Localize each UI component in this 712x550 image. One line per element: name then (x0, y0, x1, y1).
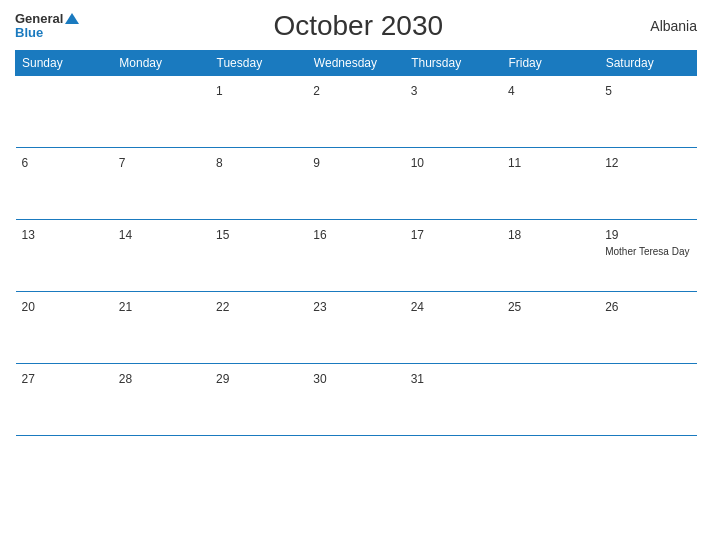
day-number: 21 (119, 300, 132, 314)
day-number: 16 (313, 228, 326, 242)
day-number: 30 (313, 372, 326, 386)
day-number: 7 (119, 156, 126, 170)
calendar-cell: 13 (16, 220, 113, 292)
day-number: 23 (313, 300, 326, 314)
day-number: 31 (411, 372, 424, 386)
calendar-cell: 16 (307, 220, 404, 292)
day-number: 18 (508, 228, 521, 242)
calendar-table: SundayMondayTuesdayWednesdayThursdayFrid… (15, 50, 697, 436)
calendar-cell: 5 (599, 76, 696, 148)
day-number: 3 (411, 84, 418, 98)
week-row-3: 13141516171819Mother Teresa Day (16, 220, 697, 292)
day-number: 25 (508, 300, 521, 314)
calendar-cell: 8 (210, 148, 307, 220)
weekday-header-friday: Friday (502, 51, 599, 76)
calendar-cell: 26 (599, 292, 696, 364)
calendar-cell: 18 (502, 220, 599, 292)
calendar-cell: 15 (210, 220, 307, 292)
day-number: 15 (216, 228, 229, 242)
calendar-cell: 3 (405, 76, 502, 148)
calendar-cell: 10 (405, 148, 502, 220)
day-number: 13 (22, 228, 35, 242)
calendar-cell: 27 (16, 364, 113, 436)
calendar-cell: 23 (307, 292, 404, 364)
weekday-header-tuesday: Tuesday (210, 51, 307, 76)
day-number: 6 (22, 156, 29, 170)
logo-triangle-icon (65, 13, 79, 24)
day-number: 12 (605, 156, 618, 170)
day-number: 24 (411, 300, 424, 314)
week-row-1: 12345 (16, 76, 697, 148)
logo-general-text: General (15, 12, 63, 26)
day-number: 29 (216, 372, 229, 386)
calendar-cell: 30 (307, 364, 404, 436)
calendar-cell (16, 76, 113, 148)
calendar-title: October 2030 (79, 10, 637, 42)
day-number: 8 (216, 156, 223, 170)
calendar-cell: 24 (405, 292, 502, 364)
calendar-cell: 17 (405, 220, 502, 292)
calendar-cell: 20 (16, 292, 113, 364)
day-number: 26 (605, 300, 618, 314)
day-number: 10 (411, 156, 424, 170)
day-event: Mother Teresa Day (605, 245, 690, 258)
day-number: 5 (605, 84, 612, 98)
calendar-cell: 2 (307, 76, 404, 148)
calendar-cell: 29 (210, 364, 307, 436)
calendar-cell (599, 364, 696, 436)
day-number: 20 (22, 300, 35, 314)
day-number: 2 (313, 84, 320, 98)
calendar-cell: 28 (113, 364, 210, 436)
calendar-cell: 4 (502, 76, 599, 148)
calendar-cell: 25 (502, 292, 599, 364)
calendar-cell: 11 (502, 148, 599, 220)
calendar-cell: 6 (16, 148, 113, 220)
day-number: 27 (22, 372, 35, 386)
day-number: 28 (119, 372, 132, 386)
calendar-cell (502, 364, 599, 436)
weekday-header-sunday: Sunday (16, 51, 113, 76)
weekday-header-monday: Monday (113, 51, 210, 76)
day-number: 4 (508, 84, 515, 98)
weekday-header-saturday: Saturday (599, 51, 696, 76)
weekday-header-thursday: Thursday (405, 51, 502, 76)
calendar-cell: 14 (113, 220, 210, 292)
country-label: Albania (637, 18, 697, 34)
week-row-2: 6789101112 (16, 148, 697, 220)
day-number: 17 (411, 228, 424, 242)
week-row-4: 20212223242526 (16, 292, 697, 364)
week-row-5: 2728293031 (16, 364, 697, 436)
calendar-cell: 22 (210, 292, 307, 364)
calendar-cell: 9 (307, 148, 404, 220)
day-number: 19 (605, 228, 618, 242)
calendar-cell: 7 (113, 148, 210, 220)
calendar-header: General Blue October 2030 Albania (15, 10, 697, 42)
calendar-cell: 19Mother Teresa Day (599, 220, 696, 292)
calendar-cell: 21 (113, 292, 210, 364)
calendar-cell: 1 (210, 76, 307, 148)
calendar-cell: 12 (599, 148, 696, 220)
logo: General Blue (15, 12, 79, 41)
day-number: 14 (119, 228, 132, 242)
calendar-container: General Blue October 2030 Albania Sunday… (0, 0, 712, 550)
calendar-cell (113, 76, 210, 148)
day-number: 9 (313, 156, 320, 170)
day-number: 1 (216, 84, 223, 98)
day-number: 11 (508, 156, 521, 170)
logo-blue-text: Blue (15, 26, 43, 40)
calendar-cell: 31 (405, 364, 502, 436)
day-number: 22 (216, 300, 229, 314)
weekday-header-wednesday: Wednesday (307, 51, 404, 76)
weekday-header-row: SundayMondayTuesdayWednesdayThursdayFrid… (16, 51, 697, 76)
